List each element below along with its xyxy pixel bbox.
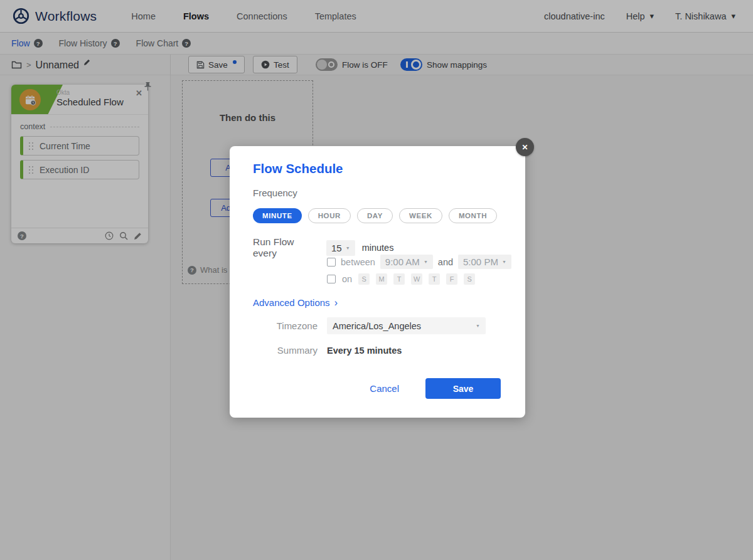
select-arrow-icon: ▼ xyxy=(502,260,506,264)
on-days-row: on S M T W T F S xyxy=(327,273,475,285)
select-arrow-icon: ▼ xyxy=(424,260,428,264)
day-thursday[interactable]: T xyxy=(429,273,440,285)
start-time-select[interactable]: 9:00 AM ▼ xyxy=(380,255,433,269)
day-monday[interactable]: M xyxy=(376,273,387,285)
summary-row: Summary Every 15 minutes xyxy=(253,345,402,356)
timezone-value: America/Los_Angeles xyxy=(333,321,421,331)
day-sunday[interactable]: S xyxy=(358,273,370,285)
interval-value: 15 xyxy=(331,243,342,253)
end-time-select[interactable]: 5:00 PM ▼ xyxy=(458,255,511,269)
flow-schedule-modal: ✕ Flow Schedule Frequency MINUTE HOUR DA… xyxy=(230,146,525,418)
run-every-label: Run Flow every xyxy=(253,236,319,259)
day-friday[interactable]: F xyxy=(446,273,457,285)
select-arrow-icon: ▼ xyxy=(476,324,480,328)
between-checkbox[interactable] xyxy=(327,258,336,267)
pill-week[interactable]: WEEK xyxy=(399,208,442,223)
chevron-right-icon: › xyxy=(334,297,338,308)
day-tuesday[interactable]: T xyxy=(393,273,405,285)
pill-hour[interactable]: HOUR xyxy=(308,208,351,223)
pill-minute[interactable]: MINUTE xyxy=(253,208,302,223)
between-row: between 9:00 AM ▼ and 5:00 PM ▼ xyxy=(327,255,511,269)
cancel-button[interactable]: Cancel xyxy=(370,383,399,394)
summary-value: Every 15 minutes xyxy=(327,346,402,356)
modal-title: Flow Schedule xyxy=(253,161,343,176)
advanced-options-link[interactable]: Advanced Options › xyxy=(253,297,338,309)
on-days-checkbox[interactable] xyxy=(327,275,336,283)
timezone-label: Timezone xyxy=(253,320,318,331)
day-saturday[interactable]: S xyxy=(464,273,475,285)
and-label: and xyxy=(438,257,453,267)
between-label: between xyxy=(341,257,375,267)
save-schedule-button[interactable]: Save xyxy=(425,378,501,399)
advanced-options-label: Advanced Options xyxy=(253,297,330,308)
summary-label: Summary xyxy=(253,345,318,356)
start-time-value: 9:00 AM xyxy=(385,256,420,267)
select-arrow-icon: ▼ xyxy=(346,246,350,250)
pill-month[interactable]: MONTH xyxy=(449,208,497,223)
pill-day[interactable]: DAY xyxy=(357,208,393,223)
on-label: on xyxy=(342,274,352,284)
day-wednesday[interactable]: W xyxy=(411,273,422,285)
interval-select[interactable]: 15 ▼ xyxy=(326,240,355,256)
interval-unit: minutes xyxy=(362,243,394,253)
modal-buttons: Cancel Save xyxy=(230,378,525,399)
timezone-select[interactable]: America/Los_Angeles ▼ xyxy=(327,317,486,334)
frequency-pills: MINUTE HOUR DAY WEEK MONTH xyxy=(253,208,497,223)
frequency-label: Frequency xyxy=(253,188,297,198)
timezone-row: Timezone America/Los_Angeles ▼ xyxy=(253,317,486,334)
close-modal-button[interactable]: ✕ xyxy=(516,138,534,156)
end-time-value: 5:00 PM xyxy=(463,256,498,267)
